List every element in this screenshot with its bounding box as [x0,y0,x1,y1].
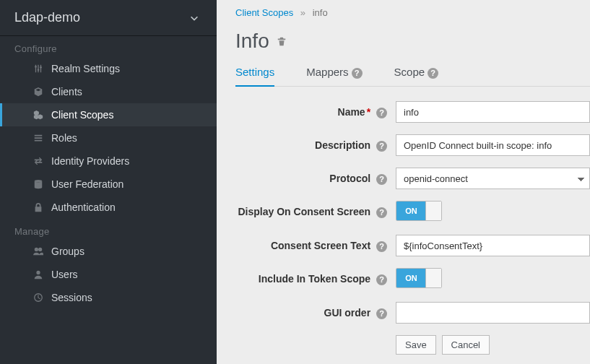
breadcrumb-parent-link[interactable]: Client Scopes [235,7,293,18]
toggle-on-text: ON [396,202,426,220]
sidebar-item-label: Roles [51,132,217,144]
tab-settings[interactable]: Settings [235,60,274,86]
page-title-text: Info [235,30,269,53]
label-name: Name* ? [235,106,396,118]
save-button[interactable]: Save [396,335,436,355]
cube-icon [30,87,47,97]
sidebar-section-header: Configure [0,36,217,57]
label-description: Description ? [235,139,396,152]
list-icon [30,133,47,143]
cubes-icon [30,110,47,120]
toggle-knob [425,269,441,287]
tab-label: Mappers [306,66,348,78]
clock-icon [30,292,47,303]
sidebar-item-label: Groups [51,246,217,257]
database-icon [30,179,47,189]
cancel-button[interactable]: Cancel [442,335,490,355]
sidebar-item-identity-providers[interactable]: Identity Providers [0,150,217,173]
svg-point-1 [38,69,40,71]
help-icon[interactable]: ? [376,108,387,118]
label-display-consent: Display On Consent Screen ? [235,206,396,218]
sidebar-item-label: Clients [51,86,217,98]
tab-label: Settings [235,66,274,78]
help-icon[interactable]: ? [428,68,438,79]
svg-point-3 [35,180,43,183]
users-icon [30,246,47,256]
display-consent-toggle[interactable]: ON [396,201,442,221]
sliders-icon [30,64,47,74]
tabs: SettingsMappers?Scope? [235,60,590,87]
toggle-on-text: ON [396,269,426,287]
label-consent-text: Consent Screen Text ? [235,240,396,252]
name-input[interactable] [396,101,590,123]
help-icon[interactable]: ? [352,68,363,79]
sidebar-item-label: Identity Providers [51,155,217,167]
chevron-down-icon [189,13,199,23]
protocol-select[interactable]: openid-connect [396,168,590,189]
sidebar-item-client-scopes[interactable]: Client Scopes [0,103,217,126]
label-include-token: Include In Token Scope ? [235,273,396,285]
label-protocol: Protocol ? [235,173,396,185]
breadcrumb-separator-icon: » [300,7,305,18]
help-icon[interactable]: ? [376,174,387,185]
help-icon[interactable]: ? [376,141,387,152]
help-icon[interactable]: ? [376,274,387,285]
tab-scope[interactable]: Scope? [394,60,439,86]
help-icon[interactable]: ? [376,308,387,319]
svg-point-0 [35,66,37,68]
sidebar-item-label: Client Scopes [51,109,217,121]
page-title: Info [235,30,590,53]
settings-form: Name* ? Description ? Protocol [235,101,590,355]
include-token-toggle[interactable]: ON [396,268,442,288]
sidebar-item-groups[interactable]: Groups [0,240,217,263]
gui-order-input[interactable] [396,302,590,324]
description-input[interactable] [396,134,590,156]
tab-label: Scope [394,66,425,78]
sidebar-item-roles[interactable]: Roles [0,126,217,150]
tab-mappers[interactable]: Mappers? [306,60,362,86]
sidebar-item-label: Users [51,269,217,280]
lock-icon [30,202,47,212]
help-icon[interactable]: ? [376,207,387,218]
sidebar-section-header: Manage [0,219,217,240]
realm-selector[interactable]: Ldap-demo [0,0,217,36]
toggle-knob [425,202,441,220]
sidebar-item-clients[interactable]: Clients [0,80,217,103]
exchange-icon [30,156,47,166]
sidebar-item-sessions[interactable]: Sessions [0,286,217,309]
label-gui-order: GUI order ? [235,307,396,319]
trash-icon[interactable] [277,36,287,46]
consent-text-input[interactable] [396,235,590,256]
sidebar-item-realm-settings[interactable]: Realm Settings [0,57,217,80]
help-icon[interactable]: ? [376,241,387,252]
sidebar-item-label: Authentication [51,202,217,213]
sidebar: Ldap-demo ConfigureRealm SettingsClients… [0,0,217,364]
sidebar-item-label: Realm Settings [51,63,217,74]
sidebar-item-label: Sessions [51,292,217,303]
sidebar-item-authentication[interactable]: Authentication [0,196,217,219]
sidebar-item-users[interactable]: Users [0,263,217,286]
realm-name: Ldap-demo [14,10,80,25]
svg-point-2 [40,66,42,69]
user-icon [30,269,47,280]
breadcrumb-current: info [313,7,328,18]
content-area: Client Scopes » info Info SettingsMapper… [217,0,590,364]
sidebar-item-label: User Federation [51,178,217,190]
breadcrumb: Client Scopes » info [235,0,590,22]
sidebar-item-user-federation[interactable]: User Federation [0,173,217,196]
